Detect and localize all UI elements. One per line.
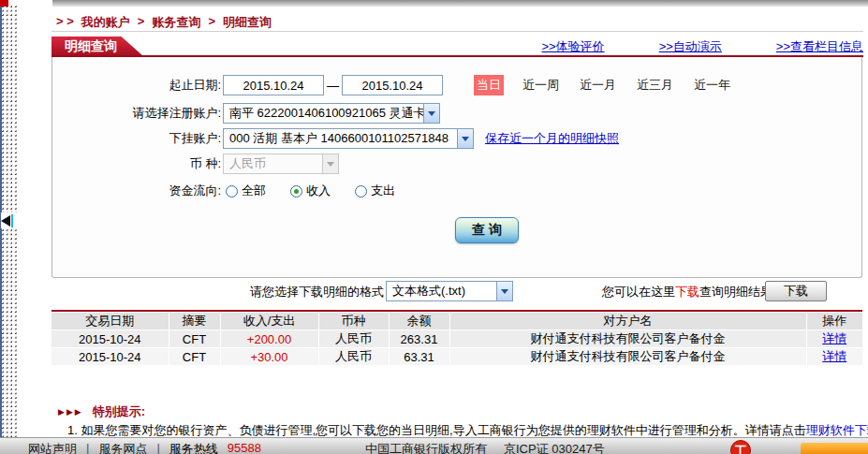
download-format-label: 请您选择下载明细的格式 <box>169 284 384 300</box>
dropdown-arrow-icon[interactable] <box>423 104 439 123</box>
range-last-month[interactable]: 近一月 <box>580 77 616 94</box>
breadcrumb-account-query[interactable]: 账务查询 <box>152 14 200 31</box>
table-top-rule <box>51 310 862 312</box>
breadcrumb-divider <box>51 31 863 32</box>
sub-account-row: 000 活期 基本户 1406600101102571848 保存近一个月的明细… <box>223 128 619 149</box>
transactions-table: 交易日期 摘要 收入/支出 币种 余额 对方户名 操作 2015-10-24 C… <box>51 313 862 366</box>
currency-label: 币 种: <box>64 154 221 174</box>
triple-arrow-icon: ▶▶▶ <box>58 407 83 417</box>
register-account-value: 南平 6222001406100921065 灵通卡 <box>224 105 423 122</box>
detail-link[interactable]: 详情 <box>822 331 846 345</box>
icp-text: 京ICP证 030247号 <box>504 441 605 454</box>
flow-option-all-label: 全部 <box>242 183 266 199</box>
cell-date: 2015-10-24 <box>51 330 169 348</box>
breadcrumb-separator: > <box>208 14 215 31</box>
sub-account-value: 000 活期 基本户 1406600101102571848 <box>224 130 457 147</box>
cell-balance: 263.31 <box>389 330 449 348</box>
dropdown-arrow-icon[interactable] <box>496 282 512 300</box>
col-header-amount: 收入/支出 <box>220 313 318 330</box>
footer-separator: | <box>86 441 89 454</box>
flow-option-income-label: 收入 <box>306 183 331 199</box>
download-hint-after: 查询明细结果 <box>699 285 772 299</box>
dropdown-arrow-icon[interactable] <box>457 129 473 148</box>
date-dash: — <box>327 79 339 93</box>
register-account-select[interactable]: 南平 6222001406100921065 灵通卡 <box>223 103 440 124</box>
copyright-text: 中国工商银行版权所有 <box>365 441 487 454</box>
detail-link[interactable]: 详情 <box>822 349 846 363</box>
top-gray-band <box>52 0 868 7</box>
col-header-balance: 余额 <box>389 313 449 330</box>
sub-account-label: 下挂账户: <box>64 128 221 149</box>
left-triangle-icon <box>1 215 10 227</box>
flow-option-all[interactable]: 全部 <box>226 183 266 199</box>
col-header-counterparty: 对方户名 <box>449 313 806 330</box>
flow-row: 全部 收入 支出 <box>223 181 395 201</box>
cell-summary: CFT <box>169 330 220 348</box>
cell-date: 2015-10-24 <box>51 348 169 366</box>
download-hint-before: 您可以在这里 <box>602 285 675 299</box>
cell-amount: +200.00 <box>220 330 318 348</box>
corner-red-block <box>0 0 8 7</box>
flow-label: 资金流向: <box>64 181 221 201</box>
cell-summary: CFT <box>169 348 220 366</box>
cell-currency: 人民币 <box>318 348 389 366</box>
breadcrumb-my-account[interactable]: 我的账户 <box>81 14 130 31</box>
footer-copyright: 中国工商银行版权所有 京ICP证 030247号 <box>365 441 605 454</box>
dropdown-arrow-icon <box>322 154 338 173</box>
register-account-row: 南平 6222001406100921065 灵通卡 <box>223 103 440 124</box>
breadcrumb-separator: > <box>138 14 145 31</box>
breadcrumb-prefix: > > <box>56 14 74 31</box>
range-last-3-months[interactable]: 近三月 <box>637 77 673 94</box>
icbc-logo-icon: 工 <box>730 440 751 454</box>
flow-option-income[interactable]: 收入 <box>290 183 331 199</box>
col-header-currency: 币种 <box>318 313 389 330</box>
query-button[interactable]: 查 询 <box>455 217 519 243</box>
cell-counterparty: 财付通支付科技有限公司客户备付金 <box>449 330 806 348</box>
experience-review-link[interactable]: >>体验评价 <box>541 38 604 55</box>
date-range-row: — 当日 近一周 近一月 近三月 近一年 <box>223 75 730 95</box>
date-range-label: 起止日期: <box>64 75 221 95</box>
flow-option-expense[interactable]: 支出 <box>355 183 395 199</box>
download-format-select[interactable]: 文本格式(.txt) <box>386 281 513 301</box>
view-column-info-link[interactable]: >>查看栏目信息 <box>776 38 863 55</box>
table-header-row: 交易日期 摘要 收入/支出 币种 余额 对方户名 操作 <box>51 313 862 330</box>
date-to-input[interactable] <box>342 75 443 95</box>
sub-account-select[interactable]: 000 活期 基本户 1406600101102571848 <box>223 128 474 149</box>
range-today-badge[interactable]: 当日 <box>474 75 504 95</box>
query-form-panel: 起止日期: — 当日 近一周 近一月 近三月 近一年 请选择注册账户: 南平 6… <box>51 57 862 278</box>
save-month-snapshot-link[interactable]: 保存近一个月的明细快照 <box>485 130 619 147</box>
service-outlets-link[interactable]: 服务网点 <box>98 441 147 454</box>
notice-text: 1. 如果您需要对您的银行资产、负债进行管理,您可以下载您的当日明细,导入工商银… <box>67 423 806 437</box>
range-options: 近一周 近一月 近三月 近一年 <box>522 77 730 94</box>
currency-row: 人民币 <box>223 154 339 174</box>
download-button[interactable]: 下载 <box>765 281 827 301</box>
col-header-summary: 摘要 <box>169 313 220 330</box>
cell-balance: 63.31 <box>389 348 449 366</box>
range-last-week[interactable]: 近一周 <box>522 77 559 94</box>
left-dotted-rail <box>2 6 17 454</box>
footer-bar: 网站声明 | 服务网点 | 服务热线 95588 中国工商银行版权所有 京ICP… <box>0 437 868 454</box>
download-hint-link[interactable]: 下载 <box>675 285 699 299</box>
floating-widget-cutoff[interactable] <box>801 443 868 454</box>
cell-currency: 人民币 <box>318 330 389 348</box>
breadcrumb: > > 我的账户 > 账务查询 > 明细查询 <box>56 14 272 31</box>
download-hint: 您可以在这里下载查询明细结果 <box>602 284 772 300</box>
site-statement-link[interactable]: 网站声明 <box>28 441 77 454</box>
date-from-input[interactable] <box>223 75 324 95</box>
table-row: 2015-10-24 CFT +200.00 人民币 263.31 财付通支付科… <box>51 330 862 348</box>
hotline-number: 95588 <box>228 441 261 454</box>
radio-checked-icon <box>290 185 302 198</box>
cell-amount: +30.00 <box>220 348 318 366</box>
auto-demo-link[interactable]: >>自动演示 <box>659 38 722 55</box>
cell-counterparty: 财付通支付科技有限公司客户备付金 <box>449 348 806 366</box>
notice-title: 特别提示: <box>93 403 145 420</box>
range-last-year[interactable]: 近一年 <box>694 77 730 94</box>
collapse-sidebar-arrow[interactable] <box>1 212 17 228</box>
tab-detail-query[interactable]: 明细查询 <box>51 37 143 56</box>
currency-select: 人民币 <box>223 154 339 174</box>
finance-software-download-link[interactable]: 理财软件下载/注 <box>806 423 868 437</box>
register-account-label: 请选择注册账户: <box>64 103 221 124</box>
breadcrumb-detail-query[interactable]: 明细查询 <box>223 14 272 31</box>
flow-option-expense-label: 支出 <box>371 183 395 199</box>
detail-query-page: > > 我的账户 > 账务查询 > 明细查询 明细查询 >>体验评价 >>自动演… <box>0 0 868 454</box>
